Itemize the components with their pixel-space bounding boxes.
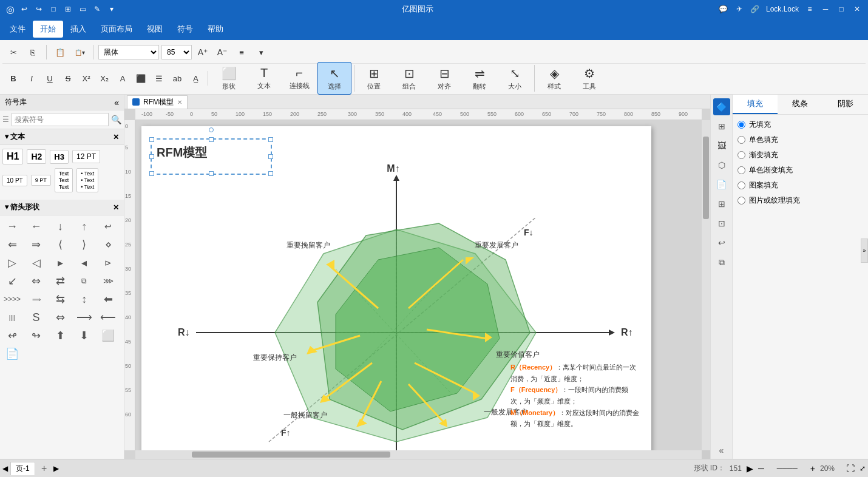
menu-start[interactable]: 开始 (33, 21, 63, 38)
italic-btn[interactable]: I (23, 70, 40, 87)
arrow-stripes[interactable]: ⧉ (75, 272, 94, 289)
fill-radio-solid[interactable] (737, 136, 745, 144)
vscroll-thumb[interactable] (703, 137, 709, 219)
rotate-handle[interactable] (209, 127, 214, 132)
canvas-area[interactable]: RFM模型 ✕ -100 -50 0 50 100 150 200 250 30… (124, 95, 710, 459)
collapse-btn[interactable]: « (114, 98, 119, 107)
tool-style[interactable]: ◈ 样式 (537, 62, 571, 95)
search-input[interactable] (12, 113, 109, 126)
superscript-btn[interactable]: X² (78, 70, 95, 87)
right-icon-expand[interactable]: « (713, 442, 730, 459)
add-page-btn[interactable]: + (38, 462, 51, 475)
arrow-curve[interactable]: ↩ (98, 218, 118, 235)
tab-fill[interactable]: 填充 (733, 95, 778, 114)
tool-shape[interactable]: ⬜ 形状 (212, 62, 246, 95)
forward-btn[interactable]: ↪ (34, 4, 44, 14)
more-btn[interactable]: ▾ (107, 4, 117, 14)
tool-position[interactable]: ⊞ 位置 (357, 62, 391, 95)
heading3-style[interactable]: H3 (50, 150, 69, 164)
add-btn[interactable]: ⊞ (63, 4, 73, 14)
tab-close[interactable]: ✕ (177, 99, 182, 106)
heading2-style[interactable]: H2 (27, 149, 46, 164)
send-icon[interactable]: ✈ (734, 4, 744, 14)
arrow-wide[interactable]: ⟹ (27, 291, 46, 308)
hscrollbar[interactable] (135, 450, 702, 459)
arrow-exchange[interactable]: ⇔ (50, 309, 70, 326)
zoom-out-btn[interactable]: ─ (758, 464, 764, 473)
subscript-btn[interactable]: X₂ (96, 70, 113, 87)
arrow-plain-right[interactable]: ⟶ (75, 309, 94, 326)
cut-btn[interactable]: ✂ (5, 44, 22, 61)
font-decrease-btn[interactable]: A⁻ (214, 44, 231, 61)
right-expand-btn[interactable]: » (861, 238, 868, 263)
right-icon-page[interactable]: 📄 (713, 176, 730, 193)
bold-btn[interactable]: B (5, 70, 22, 87)
arrow-large-right[interactable]: ⊳ (98, 254, 118, 271)
play-btn[interactable]: ▶ (747, 464, 753, 473)
fill-radio-none[interactable] (737, 121, 745, 129)
fill-radio-pattern[interactable] (737, 181, 745, 189)
arrow-rect[interactable]: ⬜ (98, 327, 118, 344)
arrow-notch2[interactable]: ⟩ (75, 236, 94, 253)
arrow-plain-left[interactable]: ⟵ (98, 309, 118, 326)
tool-text[interactable]: T 文本 (247, 62, 281, 95)
arrow-angle-back[interactable]: ↫ (2, 327, 22, 344)
arrow-notch1[interactable]: ⟨ (50, 236, 70, 253)
menu-help[interactable]: 帮助 (200, 21, 231, 38)
arrow-chevron[interactable]: >>>> (2, 291, 22, 308)
paste-special-btn[interactable]: 📋▾ (71, 44, 88, 61)
arrow-down[interactable]: ↓ (50, 218, 70, 235)
underline-btn[interactable]: U (41, 70, 58, 87)
font-select[interactable]: 黑体 (98, 45, 159, 59)
extra-icon[interactable]: ≡ (805, 4, 815, 14)
arrow-sm-left[interactable]: ◂ (75, 254, 94, 271)
right-icon-undo[interactable]: ↩ (713, 234, 730, 251)
zoom-in-btn[interactable]: + (810, 464, 815, 473)
fullscreen-btn[interactable]: ⤢ (860, 464, 866, 473)
canvas-content[interactable]: RFM模型 (135, 120, 702, 450)
right-icon-fill[interactable]: 🔷 (713, 98, 730, 115)
tool-connector[interactable]: ⌐ 连接线 (282, 62, 316, 95)
text-section-close[interactable]: ✕ (113, 133, 119, 141)
tool-size[interactable]: ⤡ 大小 (498, 62, 532, 95)
arrow-diamond[interactable]: ⋄ (98, 236, 118, 253)
arrow-bars[interactable]: |||| (2, 309, 22, 326)
hscroll-thumb[interactable] (192, 452, 390, 458)
font-increase-btn[interactable]: A⁺ (194, 44, 211, 61)
highlight-btn[interactable]: A̲ (187, 70, 204, 87)
copy-btn[interactable]: ⎘ (24, 44, 41, 61)
arrow-lr[interactable]: ⇆ (50, 291, 70, 308)
text-color-btn[interactable]: A (114, 70, 131, 87)
strikethrough-btn[interactable]: S (59, 70, 76, 87)
pt10-style[interactable]: 10 PT (2, 175, 27, 186)
scroll-left-btn[interactable]: ◀ (2, 464, 8, 473)
right-icon-grid[interactable]: ⊞ (713, 118, 730, 135)
outline-btn[interactable]: ab (169, 70, 186, 87)
arrow-multi[interactable]: ⋙ (98, 272, 118, 289)
right-icon-table[interactable]: ⊞ (713, 195, 730, 212)
arrow-tri-left[interactable]: ◁ (27, 254, 46, 271)
tool-flip[interactable]: ⇌ 翻转 (463, 62, 497, 95)
right-icon-image[interactable]: 🖼 (713, 137, 730, 154)
window-max[interactable]: □ (836, 4, 846, 14)
arrow-double-solid[interactable]: ⇄ (50, 272, 70, 289)
back-btn[interactable]: ↩ (19, 4, 29, 14)
page-tab-1[interactable]: 页-1 (10, 462, 35, 475)
menu-file[interactable]: 文件 (2, 21, 33, 38)
arrow-right-open[interactable]: ⇒ (27, 236, 46, 253)
arrow-small-down[interactable]: ⬇ (75, 327, 94, 344)
zoom-slider[interactable]: ──── (769, 464, 805, 473)
font-more-btn[interactable]: ▾ (253, 44, 270, 61)
menu-symbol[interactable]: 符号 (170, 21, 200, 38)
right-icon-layer[interactable]: ⬡ (713, 157, 730, 174)
fill-radio-gradient[interactable] (737, 151, 745, 159)
arrow-filled-left[interactable]: ⬅ (98, 291, 118, 308)
menu-layout[interactable]: 页面布局 (93, 21, 140, 38)
arrow-up[interactable]: ↑ (75, 218, 94, 235)
arrow-section-close[interactable]: ✕ (113, 203, 119, 212)
scroll-right-btn[interactable]: ▶ (53, 464, 59, 473)
share-icon[interactable]: 🔗 (750, 4, 760, 14)
arrow-sm-right[interactable]: ▸ (50, 254, 70, 271)
align-left-btn[interactable]: ⬛ (132, 70, 149, 87)
tool-tools[interactable]: ⚙ 工具 (572, 62, 606, 95)
